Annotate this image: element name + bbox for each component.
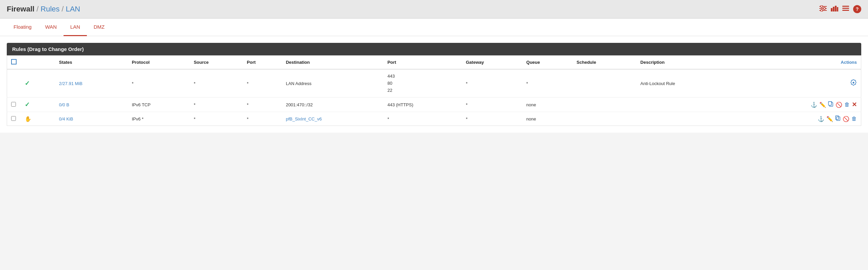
row2-description [636,98,735,112]
tab-floating[interactable]: Floating [7,19,38,36]
block-icon[interactable]: 🚫 [836,102,842,108]
row3-status: ✋ [21,112,55,126]
block-icon[interactable]: 🚫 [843,116,849,122]
help-icon[interactable]: ? [853,5,861,13]
svg-rect-6 [831,8,833,11]
row2-checkbox[interactable] [11,102,16,107]
row2-port: * [243,98,282,112]
row2-dest-port: 443 (HTTPS) [383,98,462,112]
table-row: ✓ 0/0 B IPv6 TCP * * 2001:470::/32 443 (… [7,98,861,112]
row3-states-link[interactable]: 0/4 KiB [59,116,73,122]
row3-gateway: * [462,112,522,126]
svg-rect-7 [833,7,835,11]
list-icon[interactable] [842,5,849,13]
status-check-icon: ✓ [25,80,30,87]
row2-destination: 2001:470::/32 [282,98,384,112]
copy-icon[interactable] [828,101,834,108]
breadcrumb: Firewall / Rules / LAN [7,5,80,14]
status-check-icon: ✓ [25,101,30,108]
row3-checkbox-cell [7,112,21,126]
anchor-icon[interactable]: ⚓ [811,102,817,108]
row3-queue: none [522,112,573,126]
row1-protocol: * [128,69,190,98]
chart-icon[interactable] [831,5,838,13]
breadcrumb-sep2: / [62,5,64,14]
row1-checkbox-cell [7,69,21,98]
col-header-source: Source [190,56,243,70]
col-header-protocol: Protocol [128,56,190,70]
header-icons: ? [819,5,861,13]
col-header-checkbox [7,56,21,70]
row3-schedule [573,112,636,126]
svg-rect-9 [837,7,838,11]
sliders-icon[interactable] [819,5,827,13]
edit-icon[interactable]: ✏️ [826,116,833,122]
x-icon[interactable]: ✕ [852,101,857,108]
anchor-icon[interactable]: ⚓ [818,116,824,122]
select-all-checkbox[interactable] [11,59,17,64]
row1-destination: LAN Address [282,69,384,98]
col-header-schedule: Schedule [573,56,636,70]
table-row: ✋ 0/4 KiB IPv6 * * * pfB_SixInt_CC_v6 * … [7,112,861,126]
col-header-dest-port: Port [383,56,462,70]
row3-dest-link[interactable]: pfB_SixInt_CC_v6 [286,116,322,122]
edit-icon[interactable]: ✏️ [819,102,826,108]
row3-checkbox[interactable] [11,116,16,121]
col-header-status [21,56,55,70]
row2-status: ✓ [21,98,55,112]
copy-icon[interactable] [835,115,841,122]
row3-actions: ⚓ ✏️ 🚫 🗑 [735,112,861,126]
row2-states-link[interactable]: 0/0 B [59,102,69,107]
page-header: Firewall / Rules / LAN [0,0,868,19]
col-header-port: Port [243,56,282,70]
tabs-container: Floating WAN LAN DMZ [0,19,868,36]
row2-action-icons: ⚓ ✏️ 🚫 🗑 ✕ [739,101,857,108]
row1-description: Anti-Lockout Rule [636,69,735,98]
row2-gateway: * [462,98,522,112]
trash-icon[interactable]: 🗑 [851,116,857,122]
svg-point-5 [821,9,823,11]
row3-port: * [243,112,282,126]
row1-actions [735,69,861,98]
row1-gateway: * [462,69,522,98]
row1-states-link[interactable]: 2/27.91 MiB [59,81,82,86]
svg-rect-11 [842,8,849,9]
col-header-actions: Actions [735,56,861,70]
svg-rect-15 [836,116,839,119]
col-header-description: Description [636,56,735,70]
status-hand-icon: ✋ [25,116,31,122]
tab-wan[interactable]: WAN [38,19,63,36]
gear-icon[interactable] [850,79,857,88]
trash-icon[interactable]: 🗑 [844,102,850,108]
row3-action-icons: ⚓ ✏️ 🚫 🗑 [739,115,857,122]
row1-dest-port: 4438022 [383,69,462,98]
tab-dmz[interactable]: DMZ [87,19,112,36]
svg-point-3 [823,7,825,9]
breadcrumb-rules[interactable]: Rules [41,5,59,14]
row2-protocol: IPv6 TCP [128,98,190,112]
row1-schedule [573,69,636,98]
row1-status: ✓ [21,69,55,98]
row2-source: * [190,98,243,112]
row1-port: * [243,69,282,98]
col-header-gateway: Gateway [462,56,522,70]
breadcrumb-sep1: / [37,5,39,14]
row2-queue: none [522,98,573,112]
row3-states: 0/4 KiB [55,112,128,126]
tab-lan[interactable]: LAN [64,19,87,36]
svg-point-1 [821,5,823,7]
tabs: Floating WAN LAN DMZ [7,19,861,36]
col-header-queue: Queue [522,56,573,70]
col-header-states: States [55,56,128,70]
row1-source: * [190,69,243,98]
row1-port-list: 4438022 [387,73,458,94]
row1-action-icons [739,79,857,88]
col-header-destination: Destination [282,56,384,70]
row3-destination: pfB_SixInt_CC_v6 [282,112,384,126]
row2-states: 0/0 B [55,98,128,112]
row3-description [636,112,735,126]
svg-rect-10 [842,6,849,7]
svg-rect-12 [842,10,849,11]
row3-protocol: IPv6 * [128,112,190,126]
breadcrumb-lan[interactable]: LAN [66,5,80,14]
